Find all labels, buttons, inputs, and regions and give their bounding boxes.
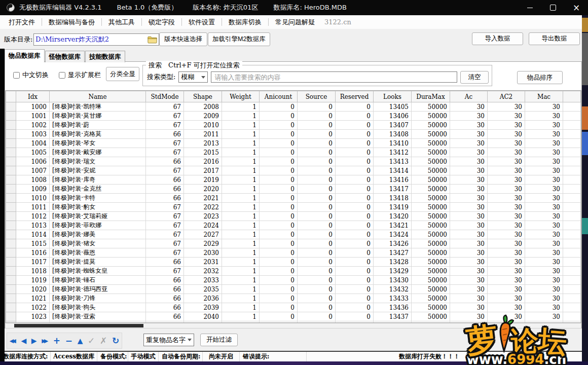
table-cell[interactable]: 2022	[184, 203, 222, 212]
table-cell[interactable]: 1	[222, 212, 260, 221]
column-header[interactable]: StdMode	[146, 91, 184, 102]
table-cell[interactable]: [终极]时装·戴安娜	[50, 148, 146, 157]
next-record-icon[interactable]: ▶	[31, 337, 37, 345]
table-cell[interactable]: 1006	[16, 157, 50, 166]
table-cell[interactable]: 1	[222, 230, 260, 239]
table-cell[interactable]: 0	[298, 267, 336, 276]
table-row[interactable]: 1024[终极]时装·易大师66200610001340350000303030	[6, 321, 581, 323]
row-gutter[interactable]	[6, 212, 16, 221]
table-cell[interactable]: 2016	[184, 157, 222, 166]
menu-item[interactable]: 其他工具	[102, 18, 142, 26]
table-cell[interactable]: 13419	[374, 203, 412, 212]
version-quick-select-button[interactable]: 版本快速选择	[159, 32, 207, 46]
row-gutter[interactable]	[6, 175, 16, 185]
table-cell[interactable]: [终极]时装·菲欧娜	[50, 221, 146, 230]
table-cell[interactable]: 0	[298, 321, 336, 323]
row-gutter[interactable]	[6, 157, 16, 166]
table-row[interactable]: 1020[终极]时装·德玛西亚6620351000134325000030303…	[6, 285, 581, 294]
table-cell[interactable]: 30	[488, 321, 525, 323]
table-cell[interactable]: 0	[298, 303, 336, 312]
table-cell[interactable]: 0	[260, 157, 298, 166]
table-cell[interactable]: 30	[488, 185, 525, 194]
table-cell[interactable]: 67	[146, 112, 184, 121]
table-cell[interactable]: 0	[260, 294, 298, 303]
table-cell[interactable]: 13436	[374, 303, 412, 312]
table-cell[interactable]: 1	[222, 166, 260, 175]
table-cell[interactable]: 2023	[184, 212, 222, 221]
row-gutter[interactable]	[6, 185, 16, 194]
table-cell[interactable]: 30	[450, 258, 488, 267]
table-cell[interactable]: 30	[450, 267, 488, 276]
table-cell[interactable]: 2036	[184, 294, 222, 303]
row-gutter[interactable]	[6, 239, 16, 248]
table-cell[interactable]: 30	[450, 194, 488, 203]
table-cell[interactable]: 0	[298, 121, 336, 130]
chinese-toggle-box[interactable]	[13, 72, 20, 79]
maximize-button[interactable]	[541, 0, 565, 15]
tab-item[interactable]: 技能数据库	[85, 51, 125, 62]
table-cell[interactable]: 50000	[412, 212, 450, 221]
table-cell[interactable]: 30	[450, 276, 488, 285]
table-cell[interactable]: 30	[525, 212, 563, 221]
column-header[interactable]: Mac	[525, 91, 563, 102]
table-cell[interactable]: 1	[222, 239, 260, 248]
folder-browse-icon[interactable]	[148, 36, 157, 44]
table-cell[interactable]: 67	[146, 221, 184, 230]
table-cell[interactable]: 0	[260, 230, 298, 239]
table-cell[interactable]: 30	[488, 121, 525, 130]
row-gutter[interactable]	[6, 203, 16, 212]
table-cell[interactable]: 66	[146, 194, 184, 203]
row-gutter[interactable]	[6, 112, 16, 121]
extended-columns-box[interactable]	[59, 72, 65, 79]
table-row[interactable]: 1001[终极]时装·莫甘娜67200910001340650000303030	[6, 112, 581, 121]
chinese-toggle-checkbox[interactable]: 中文切换	[13, 70, 49, 80]
table-cell[interactable]: 13432	[374, 285, 412, 294]
table-cell[interactable]: 30	[488, 303, 525, 312]
row-gutter[interactable]	[6, 312, 16, 321]
table-cell[interactable]: [终极]时装·瑞文	[50, 157, 146, 166]
table-cell[interactable]: 1	[222, 276, 260, 285]
table-row[interactable]: 1022[终极]时装·狗头66203910001343650000303030	[6, 303, 581, 312]
table-cell[interactable]: 0	[336, 175, 374, 185]
table-cell[interactable]: 30	[525, 203, 563, 212]
table-cell[interactable]: 0	[260, 258, 298, 267]
table-cell[interactable]: 1	[222, 130, 260, 139]
table-cell[interactable]: 1	[222, 321, 260, 323]
table-cell[interactable]: 0	[336, 312, 374, 321]
table-cell[interactable]: 1019	[16, 276, 50, 285]
table-cell[interactable]: 13406	[374, 112, 412, 121]
table-cell[interactable]: 50000	[412, 276, 450, 285]
table-cell[interactable]: 0	[260, 303, 298, 312]
table-cell[interactable]: 30	[525, 294, 563, 303]
table-cell[interactable]: [终极]时装·蔚	[50, 121, 146, 130]
table-cell[interactable]: 30	[525, 148, 563, 157]
table-cell[interactable]: 2015	[184, 148, 222, 157]
menu-site-link[interactable]: 3122.cn	[324, 18, 351, 26]
table-cell[interactable]: 50000	[412, 185, 450, 194]
table-cell[interactable]: 0	[260, 267, 298, 276]
table-cell[interactable]: 0	[336, 157, 374, 166]
table-cell[interactable]: 1003	[16, 130, 50, 139]
table-cell[interactable]: 1	[222, 312, 260, 321]
table-cell[interactable]: 0	[336, 267, 374, 276]
table-cell[interactable]: 13429	[374, 267, 412, 276]
cancel-edit-icon[interactable]: ✗	[100, 336, 107, 346]
table-cell[interactable]: 67	[146, 166, 184, 175]
version-dir-input[interactable]: D:\Mirserver炸天沉默2	[33, 33, 159, 46]
table-cell[interactable]: 1001	[16, 112, 50, 121]
table-cell[interactable]: [终极]时装·亚索	[50, 312, 146, 321]
table-cell[interactable]: 50000	[412, 239, 450, 248]
horizontal-scrollbar-thumb[interactable]	[14, 324, 143, 327]
row-gutter[interactable]	[6, 139, 16, 148]
table-cell[interactable]: 30	[488, 294, 525, 303]
table-cell[interactable]: [终极]时装·克格莫	[50, 130, 146, 139]
table-cell[interactable]: [终极]时装·艾瑞莉娅	[50, 212, 146, 221]
table-cell[interactable]: 30	[488, 239, 525, 248]
edit-record-icon[interactable]: ▲	[78, 337, 83, 345]
table-cell[interactable]: 0	[260, 312, 298, 321]
table-cell[interactable]: 1020	[16, 285, 50, 294]
table-cell[interactable]: [终极]时装·薇恩	[50, 248, 146, 258]
table-cell[interactable]: 67	[146, 102, 184, 112]
table-cell[interactable]: 2039	[184, 303, 222, 312]
table-cell[interactable]: 0	[336, 258, 374, 267]
